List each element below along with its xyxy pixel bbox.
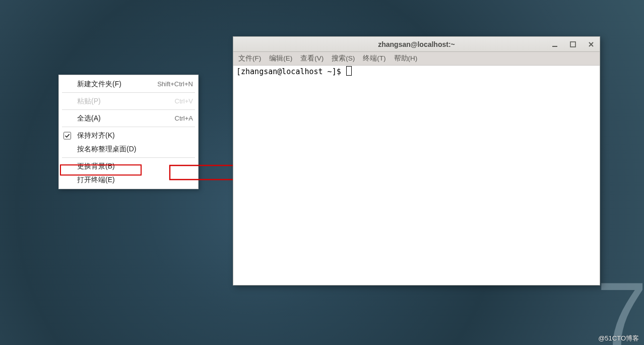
- attribution-text: @51CTO博客: [598, 334, 639, 343]
- desktop[interactable]: 7 新建文件夹(F) Shift+Ctrl+N 粘贴(P) Ctrl+V 全选(…: [0, 0, 644, 345]
- terminal-cursor-icon: [347, 67, 351, 75]
- window-title: zhangsan@localhost:~: [378, 40, 455, 48]
- maximize-button[interactable]: [567, 39, 578, 50]
- menu-keep-aligned[interactable]: 保持对齐(K): [59, 129, 198, 142]
- terminal-prompt: [zhangsan@localhost ~]$: [236, 67, 346, 76]
- close-button[interactable]: [586, 39, 597, 50]
- menu-separator: [62, 92, 195, 93]
- checkbox-icon: [63, 132, 71, 139]
- menu-label: 粘贴(P): [77, 97, 101, 106]
- terminal-window: zhangsan@localhost:~ 文件(F) 编辑(E) 查看(V) 搜…: [233, 36, 600, 285]
- menubar-search[interactable]: 搜索(S): [330, 53, 357, 64]
- menubar-terminal[interactable]: 终端(T): [361, 53, 388, 64]
- menu-new-folder[interactable]: 新建文件夹(F) Shift+Ctrl+N: [59, 77, 198, 91]
- menu-label: 打开终端(E): [77, 176, 115, 185]
- minimize-button[interactable]: [549, 39, 560, 50]
- menu-label: 更换背景(B): [77, 162, 115, 171]
- menu-label: 新建文件夹(F): [77, 80, 121, 89]
- menu-accel: Shift+Ctrl+N: [157, 80, 193, 88]
- menubar-edit[interactable]: 编辑(E): [267, 53, 294, 64]
- menu-organize-by-name[interactable]: 按名称整理桌面(D): [59, 142, 198, 156]
- menu-label: 保持对齐(K): [77, 131, 115, 140]
- svg-rect-1: [552, 46, 557, 47]
- menu-paste: 粘贴(P) Ctrl+V: [59, 94, 198, 108]
- window-titlebar[interactable]: zhangsan@localhost:~: [233, 37, 600, 52]
- menu-accel: Ctrl+A: [175, 114, 193, 122]
- menubar-file[interactable]: 文件(F): [236, 53, 263, 64]
- svg-rect-2: [570, 42, 575, 47]
- terminal-menubar: 文件(F) 编辑(E) 查看(V) 搜索(S) 终端(T) 帮助(H): [233, 52, 600, 66]
- menu-separator: [62, 127, 195, 127]
- menu-accel: Ctrl+V: [175, 97, 193, 105]
- menubar-help[interactable]: 帮助(H): [392, 53, 420, 64]
- menubar-view[interactable]: 查看(V): [298, 53, 326, 64]
- menu-label: 按名称整理桌面(D): [77, 145, 136, 154]
- terminal-body[interactable]: [zhangsan@localhost ~]$: [233, 66, 600, 285]
- menu-label: 全选(A): [77, 114, 101, 123]
- window-controls: [549, 37, 597, 51]
- menu-select-all[interactable]: 全选(A) Ctrl+A: [59, 111, 198, 125]
- menu-separator: [62, 109, 195, 110]
